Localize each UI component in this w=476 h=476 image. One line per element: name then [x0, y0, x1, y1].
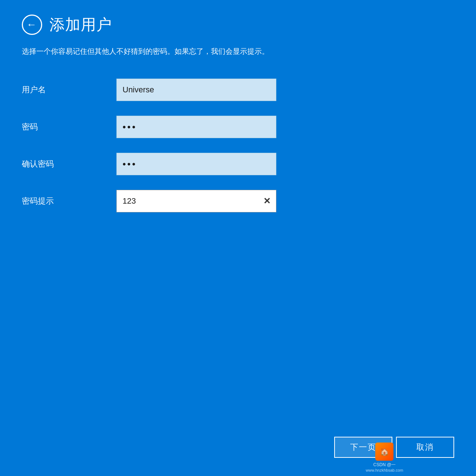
csdn-text: CSDN @一 — [373, 462, 396, 468]
confirm-password-input-wrapper — [116, 153, 276, 175]
confirm-password-input[interactable] — [116, 153, 276, 175]
back-button[interactable]: ← — [22, 15, 42, 35]
password-input-wrapper — [116, 116, 276, 138]
subtitle: 选择一个你容易记住但其他人不好猜到的密码。如果忘了，我们会显示提示。 — [22, 46, 454, 57]
page-container: ← 添加用户 选择一个你容易记住但其他人不好猜到的密码。如果忘了，我们会显示提示… — [0, 0, 476, 476]
username-input[interactable] — [116, 79, 276, 101]
clear-icon: ✕ — [263, 196, 271, 206]
hint-label: 密码提示 — [22, 196, 116, 207]
hint-row: 密码提示 ✕ — [22, 190, 454, 212]
password-label: 密码 — [22, 121, 116, 132]
site-text: www.hnzkhbsab.com — [366, 468, 403, 472]
back-arrow-icon: ← — [27, 20, 37, 30]
hint-input-wrapper: ✕ — [116, 190, 276, 212]
username-input-wrapper — [116, 79, 276, 101]
password-row: 密码 — [22, 116, 454, 138]
confirm-password-label: 确认密码 — [22, 159, 116, 169]
username-row: 用户名 — [22, 79, 454, 101]
password-input[interactable] — [116, 116, 276, 138]
clear-hint-button[interactable]: ✕ — [262, 195, 272, 207]
hint-input[interactable] — [116, 190, 276, 212]
cancel-button[interactable]: 取消 — [396, 437, 454, 458]
watermark: 🏠 CSDN @一 www.hnzkhbsab.com — [366, 443, 403, 472]
confirm-password-row: 确认密码 — [22, 153, 454, 175]
username-label: 用户名 — [22, 84, 116, 95]
header: ← 添加用户 — [22, 15, 454, 35]
watermark-logo: 🏠 — [375, 443, 393, 461]
form-container: 用户名 密码 确认密码 密码提示 ✕ — [22, 79, 454, 212]
page-title: 添加用户 — [49, 15, 112, 35]
